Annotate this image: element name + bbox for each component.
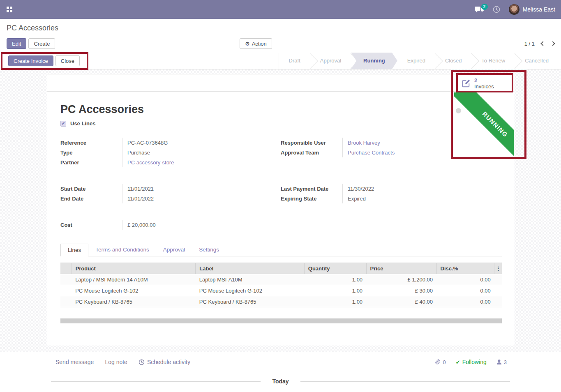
top-navbar: 2 Melissa East	[0, 0, 561, 19]
today-divider: Today	[51, 378, 510, 385]
quantity-column-header[interactable]: Quantity	[304, 263, 366, 274]
message-count-badge: 2	[481, 4, 488, 10]
log-note-button[interactable]: Log note	[105, 359, 127, 365]
chatter-buttons: Send message Log note Schedule activity	[55, 359, 190, 365]
statusbar: Create Invoice Close Draft Approval Runn…	[0, 53, 561, 69]
odoo-app-window: 2 Melissa East PC Accessories Edit Creat…	[0, 0, 561, 392]
table-header-row: Product Label Quantity Price Disc.% ⋮	[60, 263, 502, 274]
date-group-right: Last Payment Date 11/30/2022 Expiring St…	[281, 184, 502, 203]
pager-count: 1 / 1	[524, 41, 535, 47]
breadcrumb[interactable]: PC Accessories	[7, 24, 58, 32]
field-start-date: Start Date 11/01/2021	[60, 184, 274, 194]
check-icon: ✔	[456, 359, 460, 365]
field-type: Type Purchase	[60, 148, 274, 157]
optional-columns-icon[interactable]: ⋮	[494, 263, 502, 274]
record-title: PC Accessories	[60, 103, 144, 116]
notebook-tabs: Lines Terms and Conditions Approval Sett…	[60, 244, 502, 256]
statusbar-buttons: Create Invoice Close	[8, 55, 80, 66]
create-button[interactable]: Create	[28, 38, 55, 49]
avatar-placeholder-dot	[456, 108, 461, 113]
label-column-header[interactable]: Label	[196, 263, 304, 274]
table-row[interactable]: PC Mouse Logitech G-102 PC Mouse Logitec…	[60, 285, 502, 296]
stat-button-texts: 2 Invoices	[474, 77, 494, 90]
use-lines-checkbox[interactable]: ✓	[60, 121, 66, 127]
invoice-count: 2	[474, 77, 494, 83]
pager-next-icon[interactable]	[550, 41, 555, 46]
field-reference: Reference PC-AC-073648G	[60, 138, 274, 148]
row-handle[interactable]	[60, 285, 72, 296]
apps-menu-icon[interactable]	[7, 7, 12, 12]
table-row[interactable]: Laptop / MSI Modern 14 A10M Laptop MSI-A…	[60, 274, 502, 285]
today-label: Today	[272, 378, 289, 385]
create-invoice-button[interactable]: Create Invoice	[8, 55, 53, 66]
divider-line	[51, 381, 261, 382]
control-panel: PC Accessories Edit Create ⚙ Action 1 / …	[0, 19, 561, 53]
edit-button[interactable]: Edit	[7, 38, 26, 49]
pager: 1 / 1	[524, 38, 554, 49]
form-sheet: 2 Invoices RUNNING PC Accessories ✓ Use …	[47, 74, 514, 345]
lines-table: Product Label Quantity Price Disc.% ⋮ La…	[60, 263, 502, 307]
field-cost: Cost £ 20,000.00	[60, 220, 274, 230]
status-step-running[interactable]: Running	[351, 53, 397, 69]
table-row[interactable]: PC Keyboard / KB-8765 PC Keyboard / KB-8…	[60, 296, 502, 307]
action-button[interactable]: ⚙ Action	[240, 38, 272, 49]
following-button[interactable]: ✔ Following	[456, 359, 487, 365]
row-handle[interactable]	[60, 296, 72, 307]
status-step-draft[interactable]: Draft	[279, 53, 310, 69]
row-handle[interactable]	[60, 274, 72, 285]
field-end-date: End Date 11/01/2022	[60, 194, 274, 203]
field-approval-team: Approval Team Purchase Contracts	[281, 148, 502, 157]
schedule-clock-icon	[139, 359, 145, 365]
disc-column-header[interactable]: Disc.%	[436, 263, 494, 274]
field-partner: Partner PC accessory-store	[60, 157, 274, 167]
schedule-activity-button[interactable]: Schedule activity	[139, 359, 190, 365]
invoice-label: Invoices	[474, 83, 494, 90]
field-last-payment-date: Last Payment Date 11/30/2022	[281, 184, 502, 194]
invoices-stat-button[interactable]: 2 Invoices	[457, 74, 513, 92]
pager-previous-icon[interactable]	[540, 41, 545, 46]
date-group-left: Start Date 11/01/2021 End Date 11/01/202…	[60, 184, 274, 203]
cost-group: Cost £ 20,000.00	[60, 220, 274, 230]
approval-team-link[interactable]: Purchase Contracts	[342, 148, 502, 157]
button-box-strip	[47, 74, 514, 92]
messages-icon[interactable]: 2	[474, 5, 484, 14]
user-menu[interactable]: Melissa East	[509, 4, 555, 15]
field-group-right: Responsible User Brook Harvey Approval T…	[281, 138, 502, 157]
chatter-right-tools: 0 ✔ Following 3	[435, 359, 507, 365]
status-step-expired[interactable]: Expired	[397, 53, 435, 69]
form-buttons: Edit Create	[7, 38, 55, 49]
person-icon	[496, 359, 502, 365]
partner-link[interactable]: PC accessory-store	[122, 157, 274, 167]
use-lines-label: Use Lines	[70, 120, 95, 127]
divider-line	[300, 381, 510, 382]
field-expiring-state: Expiring State Expired	[281, 194, 502, 203]
tab-settings[interactable]: Settings	[192, 244, 226, 256]
field-responsible-user: Responsible User Brook Harvey	[281, 138, 502, 148]
user-avatar	[509, 4, 519, 15]
navbar-right: 2 Melissa East	[474, 0, 555, 19]
pencil-square-icon	[462, 79, 471, 88]
field-group-left: Reference PC-AC-073648G Type Purchase Pa…	[60, 138, 274, 167]
handle-column-header	[60, 263, 72, 274]
activity-clock-icon[interactable]	[492, 5, 501, 14]
status-steps: Draft Approval Running Expired Closed To…	[279, 53, 561, 69]
product-column-header[interactable]: Product	[72, 263, 196, 274]
tab-lines[interactable]: Lines	[60, 244, 88, 256]
tab-approval[interactable]: Approval	[156, 244, 192, 256]
followers-button[interactable]: 3	[496, 359, 507, 365]
responsible-user-link[interactable]: Brook Harvey	[342, 138, 502, 148]
use-lines-field: ✓ Use Lines	[60, 120, 95, 127]
attachments-button[interactable]: 0	[435, 359, 446, 365]
gear-icon: ⚙	[245, 41, 250, 47]
user-name: Melissa East	[523, 6, 555, 13]
price-column-header[interactable]: Price	[366, 263, 436, 274]
tab-terms-and-conditions[interactable]: Terms and Conditions	[88, 244, 156, 256]
paperclip-icon	[435, 359, 441, 365]
table-horizontal-scrollbar[interactable]	[60, 318, 502, 323]
send-message-button[interactable]: Send message	[55, 359, 94, 365]
close-button[interactable]: Close	[55, 55, 80, 66]
chatter: Send message Log note Schedule activity …	[0, 352, 561, 392]
